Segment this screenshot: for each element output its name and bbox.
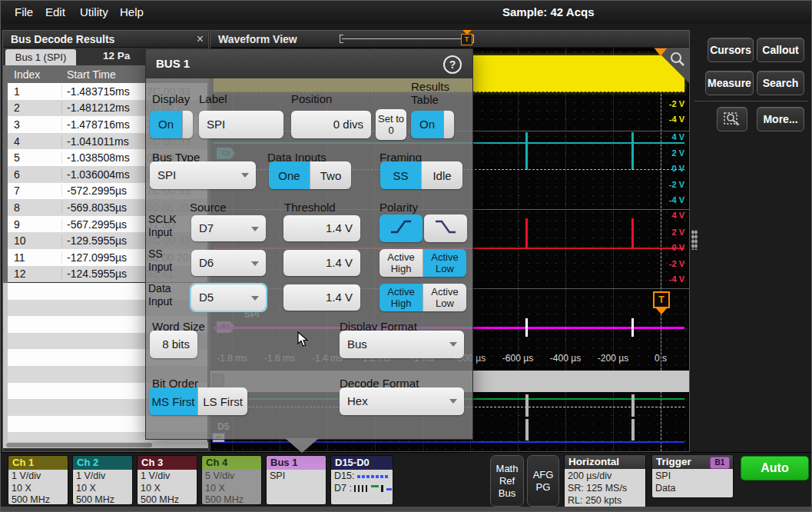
data-inputs-one[interactable]: One <box>269 161 310 189</box>
ch2-axis-label: -4 V <box>669 195 684 204</box>
menu-edit[interactable]: Edit <box>45 5 65 18</box>
threshold-column-label: Threshold <box>284 201 336 214</box>
measure-button[interactable]: Measure <box>705 71 754 95</box>
data-active-high-button[interactable]: Active High <box>379 284 423 311</box>
sclk-source-dropdown[interactable]: D7 <box>191 215 266 241</box>
data-input-label: Data Input <box>148 282 188 308</box>
chevron-down-icon <box>251 227 259 231</box>
time-axis-label: -200 µs <box>598 353 628 364</box>
word-size-input[interactable]: 8 bits <box>150 331 197 358</box>
label-input[interactable]: SPI <box>199 111 283 138</box>
ls-first-button[interactable]: LS First <box>198 387 247 415</box>
menu-file[interactable]: File <box>15 5 33 18</box>
data-source-dropdown[interactable]: D5 <box>191 284 266 311</box>
dialog-title: BUS 1 <box>156 57 190 70</box>
trigger-badge-title: Trigger <box>656 456 691 467</box>
trigger-marker-pointer-icon <box>656 308 667 314</box>
trigger-level-marker[interactable]: T <box>653 291 670 308</box>
data-inputs-two[interactable]: Two <box>310 161 351 189</box>
bus-type-dropdown[interactable]: SPI <box>150 161 256 189</box>
time-axis-label: 0 s <box>655 353 667 364</box>
sclk-threshold-input[interactable]: 1.4 V <box>283 215 360 241</box>
d15-bit-pattern-icon <box>357 475 388 478</box>
more-button[interactable]: More... <box>757 107 804 131</box>
vertical-scrollbar-thumb[interactable] <box>3 83 8 283</box>
data-threshold-input[interactable]: 1.4 V <box>283 284 360 311</box>
ch2-badge[interactable]: Ch 2 1 V/div10 X500 MHz <box>72 455 133 505</box>
tab-bus1-spi[interactable]: Bus 1 (SPI) <box>5 49 76 65</box>
d7-bit-pattern-icon <box>371 485 379 487</box>
data-active-low-button[interactable]: Active Low <box>423 284 466 311</box>
waveform-view-title: Waveform View <box>218 33 297 45</box>
auto-trigger-button[interactable]: Auto <box>741 456 809 480</box>
ms-first-button[interactable]: MS First <box>149 387 198 415</box>
digital-badge[interactable]: D15-D0 D15: D7 : <box>330 455 393 505</box>
ss-source-dropdown[interactable]: D6 <box>191 250 266 276</box>
trigger-source-pill: B1 <box>710 457 730 469</box>
panel-drag-handle[interactable] <box>691 230 698 250</box>
dialog-titlebar[interactable]: BUS 1 ? <box>146 49 472 78</box>
cursors-button[interactable]: Cursors <box>708 38 754 62</box>
acquisition-status: Sample: 42 Acqs <box>502 5 595 18</box>
ch2-axis-label: -2 V <box>669 180 684 189</box>
bit-order-segmented[interactable]: MS First LS First <box>149 387 247 415</box>
data-inputs-segmented[interactable]: One Two <box>269 161 351 189</box>
set-to-zero-button[interactable]: Set to 0 <box>376 109 406 140</box>
help-icon[interactable]: ? <box>443 55 462 74</box>
data-polarity-segmented[interactable]: Active High Active Low <box>379 284 466 311</box>
ch3-axis-label: -4 V <box>669 274 684 284</box>
chevron-down-icon <box>449 399 457 404</box>
ch3-badge[interactable]: Ch 3 1 V/div10 X500 MHz <box>137 455 197 505</box>
ch3-badge-label: Ch 3 <box>138 456 197 470</box>
horizontal-scrollbar-thumb[interactable] <box>6 443 152 447</box>
chevron-down-icon <box>449 342 457 347</box>
close-icon[interactable]: × <box>197 31 204 48</box>
ch3-axis-label: 4 V <box>671 211 684 220</box>
framing-ss[interactable]: SS <box>380 161 422 189</box>
ss-active-low-button[interactable]: Active Low <box>423 249 466 277</box>
trigger-badge[interactable]: Trigger B1 SPI Data <box>651 454 734 498</box>
decode-format-dropdown[interactable]: Hex <box>340 387 464 415</box>
ch1-axis-label: 0 V <box>671 83 684 92</box>
trigger-position-marker[interactable]: T <box>461 34 472 45</box>
sclk-polarity-rising-button[interactable] <box>379 214 423 242</box>
menu-utility[interactable]: Utility <box>80 5 108 18</box>
horizontal-range-bracket[interactable] <box>342 38 472 39</box>
sclk-polarity-falling-button[interactable] <box>424 214 467 242</box>
d7-bit-pattern-icon <box>386 488 392 490</box>
dialog-callout-pointer <box>285 438 319 453</box>
position-label: Position <box>291 92 332 105</box>
framing-segmented[interactable]: SS Idle <box>380 161 462 189</box>
menu-bar: File Edit Utility Help Sample: 42 Acqs <box>1 1 812 24</box>
box-zoom-button[interactable] <box>717 107 747 131</box>
ss-threshold-input[interactable]: 1.4 V <box>283 250 360 276</box>
ss-active-high-button[interactable]: Active High <box>379 249 423 277</box>
digital-d5-trace <box>214 441 684 443</box>
ch1-badge-label: Ch 1 <box>8 456 68 470</box>
ch4-badge[interactable]: Ch 4 5 V/div10 X500 MHz <box>201 455 262 505</box>
display-format-dropdown[interactable]: Bus <box>340 331 464 358</box>
results-table-toggle[interactable]: On <box>411 111 454 138</box>
afg-pg-button[interactable]: AFG PG <box>527 455 559 507</box>
digital-transition <box>525 394 529 417</box>
horizontal-badge[interactable]: Horizontal 200 µs/div SR: 125 MS/s RL: 2… <box>564 454 646 509</box>
search-button[interactable]: Search <box>757 71 804 95</box>
bus1-badge[interactable]: Bus 1 SPI <box>266 455 326 505</box>
framing-idle[interactable]: Idle <box>422 161 462 189</box>
display-toggle[interactable]: On <box>150 111 193 138</box>
math-ref-bus-button[interactable]: Math Ref Bus <box>490 455 524 507</box>
time-axis-label: -400 µs <box>550 353 581 364</box>
menu-help[interactable]: Help <box>120 5 144 18</box>
sidebar-divider <box>694 101 808 101</box>
trigger-top-marker-icon <box>655 48 667 56</box>
ch1-badge[interactable]: Ch 1 1 V/div10 X500 MHz <box>8 455 68 505</box>
ch2-pulse <box>525 132 528 170</box>
ch2-badge-label: Ch 2 <box>73 456 132 470</box>
ss-polarity-segmented[interactable]: Active High Active Low <box>379 249 466 277</box>
bus1-packet-tick <box>631 318 634 337</box>
ch4-badge-label: Ch 4 <box>202 456 261 470</box>
label-label: Label <box>199 92 227 105</box>
column-header-index[interactable]: Index <box>3 68 62 81</box>
position-input[interactable]: 0 divs <box>291 111 371 138</box>
callout-button[interactable]: Callout <box>757 38 804 62</box>
